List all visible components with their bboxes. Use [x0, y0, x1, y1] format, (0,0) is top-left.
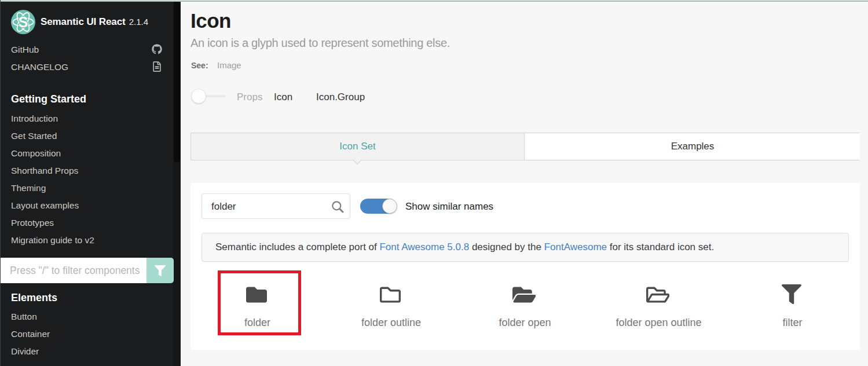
svg-text:S: S: [19, 14, 28, 30]
